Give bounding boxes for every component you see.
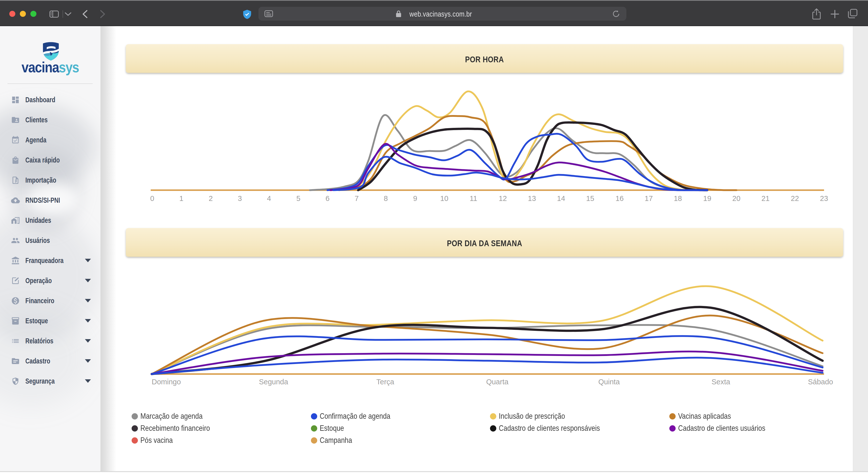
svg-text:Sábado: Sábado (808, 378, 833, 386)
svg-text:22: 22 (791, 194, 799, 202)
svg-text:17: 17 (645, 194, 653, 202)
svg-text:7: 7 (354, 194, 359, 202)
svg-text:19: 19 (703, 194, 711, 202)
svg-text:Quarta: Quarta (486, 378, 509, 386)
svg-text:Terça: Terça (376, 378, 395, 386)
svg-text:10: 10 (440, 194, 448, 202)
svg-text:Sexta: Sexta (712, 378, 731, 386)
svg-text:15: 15 (586, 194, 594, 202)
svg-text:8: 8 (384, 194, 388, 202)
svg-text:16: 16 (616, 194, 624, 202)
svg-text:21: 21 (762, 194, 770, 202)
svg-text:20: 20 (733, 194, 740, 202)
svg-text:Domingo: Domingo (152, 378, 181, 386)
svg-text:2: 2 (209, 194, 213, 202)
svg-text:18: 18 (674, 194, 682, 202)
svg-text:Quinta: Quinta (598, 378, 620, 386)
svg-text:9: 9 (413, 194, 417, 202)
svg-text:3: 3 (238, 194, 242, 202)
svg-text:4: 4 (267, 194, 271, 202)
svg-text:13: 13 (528, 194, 536, 202)
svg-text:11: 11 (470, 194, 477, 202)
svg-text:14: 14 (557, 194, 565, 202)
svg-text:0: 0 (150, 194, 154, 202)
svg-text:12: 12 (499, 194, 507, 202)
svg-text:6: 6 (326, 194, 330, 202)
svg-text:5: 5 (297, 194, 300, 202)
svg-text:1: 1 (179, 194, 183, 202)
svg-text:23: 23 (820, 194, 828, 202)
svg-text:Segunda: Segunda (259, 378, 288, 386)
